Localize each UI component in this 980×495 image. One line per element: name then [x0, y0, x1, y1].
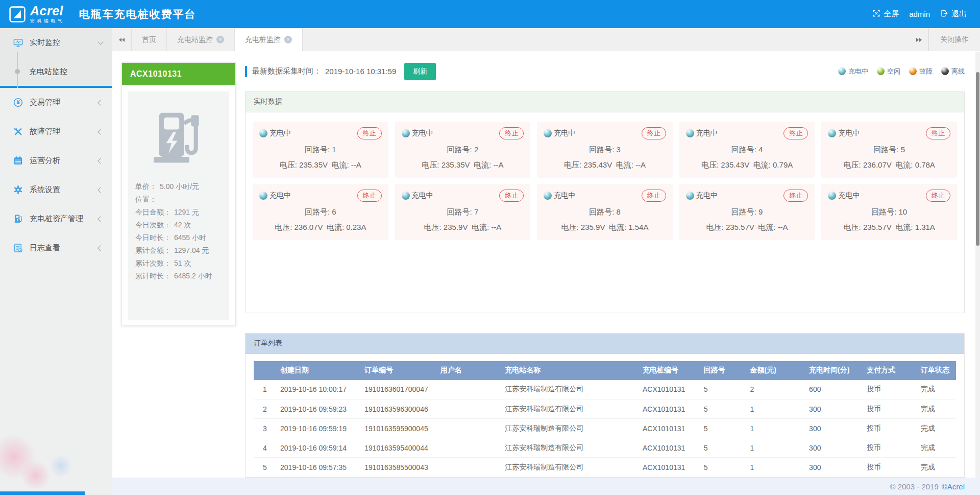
terminate-button[interactable]: 终止 — [926, 190, 950, 202]
charging-pile-icon — [13, 214, 23, 224]
sidebar-item-系统设置[interactable]: 系统设置 — [0, 175, 112, 204]
tab-充电站监控[interactable]: 充电站监控× — [167, 28, 235, 51]
status-ball-icon — [941, 67, 949, 75]
circuit-status-label: 充电中 — [838, 129, 860, 138]
terminate-button[interactable]: 终止 — [642, 127, 666, 139]
sidebar-item-label: 系统设置 — [30, 185, 60, 195]
order-cell: 投币 — [863, 419, 917, 438]
charging-status-icon — [402, 192, 410, 200]
circuit-number-label: 回路号: — [731, 145, 758, 154]
stat-label: 累计次数： — [135, 259, 171, 267]
sidebar-item-充电桩资产管理[interactable]: 充电桩资产管理 — [0, 204, 112, 233]
voltage-value: 235.9V — [444, 223, 472, 231]
tab-label: 充电桩监控 — [245, 35, 281, 44]
stat-value: 6485.2 小时 — [174, 272, 212, 280]
terminate-button[interactable]: 终止 — [642, 190, 666, 202]
voltage-label: 电压: — [844, 223, 863, 231]
close-operations-button[interactable]: 关闭操作 — [928, 28, 980, 51]
terminate-button[interactable]: 终止 — [357, 190, 382, 202]
stat-label: 单价： — [135, 182, 157, 191]
acrel-logo: Acrel 安科瑞电气 — [0, 5, 65, 23]
orders-col-充电站名称: 充电站名称 — [501, 361, 639, 380]
legend-label: 充电中 — [848, 67, 868, 76]
legend-item-故障: 故障 — [909, 67, 933, 76]
sidebar: 实时监控充电站监控¥交易管理故障管理运营分析系统设置充电桩资产管理日志查看 — [0, 28, 112, 495]
circuit-measure-line: 电压: 235.9V 电流: 1.54A — [544, 223, 666, 232]
tab-close-icon[interactable]: × — [284, 36, 292, 43]
voltage-value: 235.9V — [581, 223, 609, 231]
logout-button[interactable]: 退出 — [940, 9, 967, 19]
current-label: 电流: — [753, 160, 773, 169]
terminate-button[interactable]: 终止 — [926, 127, 950, 139]
order-cell: 5 — [700, 380, 746, 399]
orders-col-回路号: 回路号 — [700, 361, 746, 380]
chevron-down-icon — [97, 39, 103, 44]
circuit-number-label: 回路号: — [589, 145, 616, 154]
tab-close-icon[interactable]: × — [216, 36, 224, 43]
terminate-button[interactable]: 终止 — [499, 127, 524, 139]
sidebar-item-运营分析[interactable]: 运营分析 — [0, 146, 112, 175]
sidebar-subitem-充电站监控[interactable]: 充电站监控 — [0, 57, 112, 86]
circuit-measure-line: 电压: 235.43V 电流: 0.79A — [686, 160, 808, 170]
user-menu[interactable]: admin — [909, 10, 930, 18]
order-cell: 5 — [254, 458, 276, 477]
table-row: 32019-10-16 09:59:191910163595900045江苏安科… — [254, 419, 956, 438]
voltage-label: 电压: — [701, 160, 721, 169]
circuit-card: 充电中终止回路号: 7电压: 235.9V 电流: --A — [395, 184, 531, 240]
circuit-number-value: 5 — [901, 145, 905, 154]
circuit-number-value: 4 — [758, 145, 763, 154]
refresh-button[interactable]: 刷新 — [404, 63, 436, 80]
circuit-number-line: 回路号: 7 — [402, 207, 524, 217]
circuit-number-value: 2 — [474, 145, 478, 154]
voltage-value: 235.43V — [721, 160, 753, 169]
status-ball-icon — [909, 67, 917, 75]
circuit-number-label: 回路号: — [447, 207, 474, 216]
order-cell: 2019-10-16 10:00:17 — [276, 380, 360, 399]
terminate-button[interactable]: 终止 — [357, 127, 382, 139]
terminate-button[interactable]: 终止 — [783, 127, 808, 139]
order-cell: ACX1010131 — [639, 380, 700, 399]
tabs-scroll-left-icon[interactable] — [112, 28, 132, 51]
tab-label: 充电站监控 — [177, 35, 213, 44]
orders-panel-title: 订单列表 — [246, 334, 964, 354]
chevron-left-icon — [97, 129, 103, 134]
circuit-number-line: 回路号: 4 — [686, 145, 808, 155]
sidebar-decoration-bar — [0, 491, 85, 495]
fullscreen-button[interactable]: 全屏 — [872, 9, 899, 19]
circuit-number-value: 1 — [332, 145, 336, 154]
stat-row: 今日时长：6455 小时 — [135, 231, 222, 244]
circuit-measure-line: 电压: 235.9V 电流: --A — [402, 223, 524, 232]
stat-label: 位置： — [135, 195, 157, 203]
circuit-number-label: 回路号: — [871, 207, 898, 216]
order-cell — [436, 399, 501, 419]
vertical-scrollbar[interactable] — [975, 52, 980, 478]
tab-首页[interactable]: 首页 — [132, 28, 167, 51]
order-cell — [436, 458, 501, 477]
stat-row: 累计金额：1297.04 元 — [135, 244, 222, 257]
circuit-number-value: 8 — [616, 207, 620, 216]
terminate-button[interactable]: 终止 — [499, 190, 524, 202]
voltage-label: 电压: — [561, 223, 581, 231]
svg-text:¥: ¥ — [16, 99, 20, 105]
circuit-number-label: 回路号: — [873, 145, 900, 154]
voltage-label: 电压: — [424, 223, 444, 231]
sidebar-item-日志查看[interactable]: 日志查看 — [0, 233, 112, 263]
sidebar-item-交易管理[interactable]: ¥交易管理 — [0, 88, 112, 117]
circuit-measure-line: 电压: 235.57V 电流: --A — [686, 223, 808, 232]
sidebar-item-故障管理[interactable]: 故障管理 — [0, 117, 112, 146]
circuit-number-value: 10 — [899, 207, 908, 216]
legend-label: 故障 — [919, 67, 933, 76]
order-cell: 1910163601700047 — [360, 380, 436, 399]
charging-status-icon — [686, 192, 694, 200]
brand-link[interactable]: ©Acrel — [942, 482, 965, 491]
circuit-status-label: 充电中 — [554, 129, 575, 138]
transaction-icon: ¥ — [13, 98, 23, 108]
tab-充电桩监控[interactable]: 充电桩监控× — [235, 28, 303, 51]
tabs-scroll-right-icon[interactable] — [909, 28, 928, 51]
charging-status-icon — [828, 192, 836, 200]
terminate-button[interactable]: 终止 — [783, 190, 808, 202]
scrollbar-thumb[interactable] — [976, 72, 979, 246]
logo-name: Acrel — [30, 5, 65, 17]
stat-label: 累计金额： — [135, 246, 171, 254]
order-cell: 1910163585500043 — [360, 458, 436, 477]
